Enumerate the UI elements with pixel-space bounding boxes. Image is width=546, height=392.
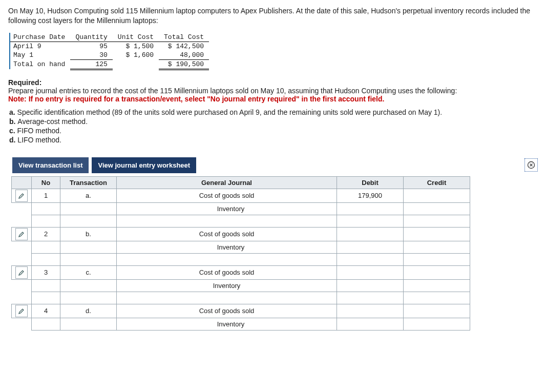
cell-debit[interactable] — [337, 265, 404, 279]
pencil-icon — [18, 231, 25, 237]
cell-account[interactable]: Cost of goods sold — [117, 265, 337, 279]
cell-account[interactable]: Inventory — [117, 241, 337, 253]
tab-journal-worksheet[interactable]: View journal entry worksheet — [92, 157, 196, 173]
cell-account[interactable]: Cost of goods sold — [117, 304, 337, 318]
required-body: Prepare journal entries to record the co… — [8, 87, 538, 95]
row-total: 48,000 — [159, 51, 209, 60]
method-list: a. Specific identification method (89 of… — [8, 108, 538, 144]
cell-no: 3 — [32, 265, 60, 279]
cell-credit[interactable] — [404, 202, 470, 215]
item-d: LIFO method. — [17, 136, 61, 144]
close-button[interactable] — [524, 158, 538, 172]
required-title: Required: — [8, 78, 538, 87]
total-qty: 125 — [70, 59, 112, 69]
cell-credit[interactable] — [404, 279, 470, 292]
col-general-journal: General Journal — [117, 176, 337, 189]
row-total: $ 142,500 — [159, 42, 209, 51]
intro-text: On May 10, Hudson Computing sold 115 Mil… — [8, 6, 538, 26]
edit-row-button[interactable] — [15, 305, 28, 317]
cell-account[interactable]: Inventory — [117, 202, 337, 215]
journal-table: No Transaction General Journal Debit Cre… — [11, 176, 470, 331]
row-unit: $ 1,500 — [113, 42, 159, 51]
cell-txn: a. — [60, 189, 117, 202]
edit-row-button[interactable] — [15, 228, 28, 240]
cell-txn: d. — [60, 304, 117, 318]
cell-credit[interactable] — [404, 241, 470, 253]
cell-debit[interactable] — [337, 202, 404, 215]
item-a: Specific identification method (89 of th… — [17, 108, 443, 116]
cell-account[interactable]: Inventory — [117, 318, 337, 330]
cell-debit[interactable] — [337, 241, 404, 253]
total-cost: $ 190,500 — [159, 59, 209, 69]
cell-no: 4 — [32, 304, 60, 318]
cell-credit[interactable] — [404, 265, 470, 279]
col-total-cost: Total Cost — [159, 33, 209, 42]
edit-row-button[interactable] — [15, 266, 28, 279]
cell-no: 2 — [32, 227, 60, 241]
pencil-icon — [18, 270, 25, 276]
cell-account[interactable]: Cost of goods sold — [117, 227, 337, 241]
col-no: No — [32, 176, 60, 189]
col-debit: Debit — [337, 176, 404, 189]
row-date: April 9 — [10, 42, 70, 51]
cell-credit[interactable] — [404, 318, 470, 330]
pencil-icon — [18, 193, 25, 199]
cell-txn: c. — [60, 265, 117, 279]
row-unit: $ 1,600 — [113, 51, 159, 60]
cell-debit[interactable] — [337, 304, 404, 318]
cell-debit[interactable] — [337, 318, 404, 330]
cell-credit[interactable] — [404, 189, 470, 202]
cost-layer-table: Purchase Date Quantity Unit Cost Total C… — [9, 33, 209, 70]
tab-transaction-list[interactable]: View transaction list — [12, 157, 89, 173]
row-qty: 30 — [70, 51, 112, 60]
row-qty: 95 — [70, 42, 112, 51]
cell-credit[interactable] — [404, 304, 470, 318]
cell-txn: b. — [60, 227, 117, 241]
row-date: May 1 — [10, 51, 70, 60]
col-transaction: Transaction — [60, 176, 117, 189]
cell-no: 1 — [32, 189, 60, 202]
cell-debit[interactable] — [337, 227, 404, 241]
pencil-icon — [18, 308, 25, 314]
col-unit-cost: Unit Cost — [113, 33, 159, 42]
required-note: Note: If no entry is required for a tran… — [8, 95, 538, 103]
total-label: Total on hand — [10, 59, 70, 69]
cell-account[interactable]: Inventory — [117, 279, 337, 292]
item-b: Average-cost method. — [17, 117, 88, 126]
close-icon — [527, 161, 535, 169]
col-credit: Credit — [404, 176, 470, 189]
item-c: FIFO method. — [17, 127, 61, 135]
required-block: Required: Prepare journal entries to rec… — [8, 78, 538, 103]
cell-account[interactable]: Cost of goods sold — [117, 189, 337, 202]
cell-credit[interactable] — [404, 227, 470, 241]
cell-debit[interactable] — [337, 279, 404, 292]
col-quantity: Quantity — [70, 33, 112, 42]
cell-debit[interactable]: 179,900 — [337, 189, 404, 202]
edit-row-button[interactable] — [15, 190, 28, 202]
col-purchase-date: Purchase Date — [10, 33, 70, 42]
